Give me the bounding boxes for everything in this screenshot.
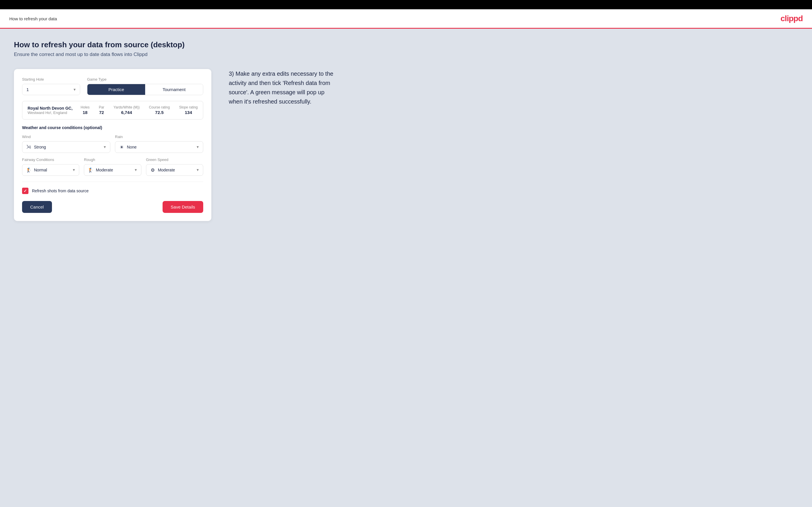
wind-select[interactable]: 🌬 Strong ▼ [22, 141, 110, 153]
fairway-icon: 🏌 [26, 167, 32, 173]
refresh-checkbox[interactable]: ✓ [22, 188, 29, 194]
green-speed-icon: ⚙ [150, 167, 156, 173]
starting-hole-group: Starting Hole 1 ▼ [22, 77, 80, 95]
header: How to refresh your data clippd [0, 9, 812, 29]
game-type-label: Game Type [87, 77, 203, 81]
fairway-select[interactable]: 🏌 Normal ▼ [22, 164, 79, 176]
form-top-row: Starting Hole 1 ▼ Game Type Practice Tou… [22, 77, 203, 95]
par-value: 72 [99, 110, 104, 115]
game-type-buttons: Practice Tournament [87, 84, 203, 95]
top-bar [0, 0, 812, 9]
course-row: Royal North Devon GC, Westward Ho!, Engl… [22, 101, 203, 119]
course-rating-label: Course rating [149, 105, 170, 109]
holes-stat: Holes 18 [81, 105, 90, 115]
wind-chevron-icon: ▼ [103, 145, 107, 149]
green-speed-select-left: ⚙ Moderate [150, 167, 175, 173]
course-stats: Holes 18 Par 72 Yards/White (M)) 6,744 C… [81, 105, 198, 115]
starting-hole-select[interactable]: 1 [22, 84, 80, 95]
rain-select-left: ☀ None [119, 144, 137, 150]
yards-value: 6,744 [121, 110, 132, 115]
practice-button[interactable]: Practice [87, 84, 145, 95]
fairway-chevron-icon: ▼ [72, 168, 75, 172]
tournament-button[interactable]: Tournament [145, 84, 203, 95]
rain-value: None [127, 145, 137, 149]
green-speed-label: Green Speed [146, 158, 203, 162]
course-rating-value: 72.5 [155, 110, 163, 115]
green-speed-group: Green Speed ⚙ Moderate ▼ [146, 158, 203, 176]
refresh-checkbox-row: ✓ Refresh shots from data source [22, 188, 203, 194]
rough-select[interactable]: 🏌 Moderate ▼ [84, 164, 141, 176]
fairway-label: Fairway Conditions [22, 158, 79, 162]
holes-value: 18 [83, 110, 88, 115]
rough-icon: 🏌 [88, 167, 94, 173]
instruction-text: 3) Make any extra edits necessary to the… [229, 69, 339, 106]
rain-chevron-icon: ▼ [196, 145, 199, 149]
slope-rating-value: 134 [185, 110, 192, 115]
fairway-value: Normal [34, 168, 47, 172]
save-button[interactable]: Save Details [163, 201, 203, 213]
wind-label: Wind [22, 134, 110, 139]
checkmark-icon: ✓ [23, 188, 27, 193]
rain-group: Rain ☀ None ▼ [115, 134, 203, 153]
slope-rating-stat: Slope rating 134 [179, 105, 198, 115]
refresh-label: Refresh shots from data source [32, 188, 89, 193]
wind-value: Strong [34, 145, 46, 149]
form-card: Starting Hole 1 ▼ Game Type Practice Tou… [14, 69, 211, 221]
course-name: Royal North Devon GC, [28, 106, 72, 111]
green-speed-chevron-icon: ▼ [196, 168, 199, 172]
rain-icon: ☀ [119, 144, 124, 150]
page-subtitle: Ensure the correct and most up to date d… [14, 52, 798, 57]
content-layout: Starting Hole 1 ▼ Game Type Practice Tou… [14, 69, 798, 221]
header-title: How to refresh your data [9, 16, 57, 21]
rough-value: Moderate [96, 168, 113, 172]
conditions-row-2: Fairway Conditions 🏌 Normal ▼ Rough 🏌 [22, 158, 203, 176]
holes-label: Holes [81, 105, 90, 109]
wind-select-left: 🌬 Strong [26, 144, 46, 150]
course-rating-stat: Course rating 72.5 [149, 105, 170, 115]
weather-section-title: Weather and course conditions (optional) [22, 125, 203, 130]
logo: clippd [781, 14, 803, 23]
par-stat: Par 72 [99, 105, 104, 115]
par-label: Par [99, 105, 104, 109]
rain-select[interactable]: ☀ None ▼ [115, 141, 203, 153]
cancel-button[interactable]: Cancel [22, 201, 52, 213]
side-instruction: 3) Make any extra edits necessary to the… [229, 69, 339, 106]
rough-group: Rough 🏌 Moderate ▼ [84, 158, 141, 176]
wind-icon: 🌬 [26, 144, 32, 150]
conditions-row-1: Wind 🌬 Strong ▼ Rain ☀ None [22, 134, 203, 153]
starting-hole-label: Starting Hole [22, 77, 80, 81]
course-location: Westward Ho!, England [28, 111, 72, 115]
yards-stat: Yards/White (M)) 6,744 [113, 105, 140, 115]
divider [22, 181, 203, 182]
rough-select-left: 🏌 Moderate [88, 167, 113, 173]
green-speed-value: Moderate [158, 168, 175, 172]
rough-label: Rough [84, 158, 141, 162]
course-info: Royal North Devon GC, Westward Ho!, Engl… [28, 106, 72, 115]
green-speed-select[interactable]: ⚙ Moderate ▼ [146, 164, 203, 176]
game-type-group: Game Type Practice Tournament [87, 77, 203, 95]
main-content: How to refresh your data from source (de… [0, 29, 812, 507]
starting-hole-select-wrapper[interactable]: 1 ▼ [22, 84, 80, 95]
page-title: How to refresh your data from source (de… [14, 40, 798, 49]
button-row: Cancel Save Details [22, 201, 203, 213]
fairway-group: Fairway Conditions 🏌 Normal ▼ [22, 158, 79, 176]
fairway-select-left: 🏌 Normal [26, 167, 47, 173]
rain-label: Rain [115, 134, 203, 139]
slope-rating-label: Slope rating [179, 105, 198, 109]
rough-chevron-icon: ▼ [134, 168, 138, 172]
yards-label: Yards/White (M)) [113, 105, 140, 109]
wind-group: Wind 🌬 Strong ▼ [22, 134, 110, 153]
